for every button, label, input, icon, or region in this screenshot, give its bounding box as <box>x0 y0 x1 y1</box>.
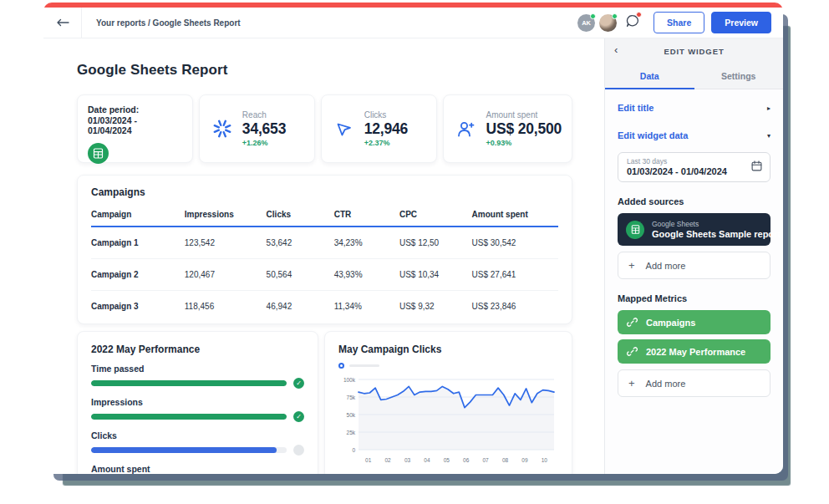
campaign-clicks-chart: 100k75k50k25k001020304050607080910 <box>338 374 558 466</box>
performance-item: Amount spent <box>91 464 304 474</box>
edit-widget-panel: ‹ EDIT WIDGET Data Settings Edit title ▸… <box>604 38 783 474</box>
notification-dot <box>636 12 642 18</box>
online-status-dot <box>590 13 596 19</box>
performance-title: 2022 May Performance <box>91 344 304 355</box>
empty-status-circle-icon <box>293 445 304 456</box>
panel-title: EDIT WIDGET <box>664 47 724 56</box>
svg-text:25k: 25k <box>347 430 356 435</box>
performance-item: Time passed✓ <box>91 364 304 389</box>
person-add-icon <box>454 119 479 140</box>
may-performance-widget[interactable]: 2022 May Performance Time passed✓Impress… <box>77 331 318 474</box>
campaign-clicks-widget[interactable]: May Campaign Clicks 100k75k50k25k0010203… <box>324 331 572 474</box>
stat-delta: +0.93% <box>486 139 562 147</box>
panel-back-button[interactable]: ‹ <box>614 44 618 55</box>
legend-line <box>349 364 379 367</box>
avatar-photo[interactable] <box>599 14 617 32</box>
breadcrumb[interactable]: Your reports / Google Sheets Report <box>96 18 241 28</box>
svg-text:05: 05 <box>444 457 450 463</box>
add-metric-button[interactable]: + Add more <box>618 369 771 397</box>
edit-widget-data-link[interactable]: Edit widget data <box>618 130 688 140</box>
table-cell: 46,942 <box>267 291 334 323</box>
reach-widget[interactable]: Reach 34,653 +1.26% <box>199 94 315 163</box>
svg-text:04: 04 <box>424 457 430 463</box>
mapped-metrics-label: Mapped Metrics <box>618 293 771 303</box>
date-period-widget[interactable]: Date period: 01/03/2024 - 01/04/2024 <box>77 94 193 163</box>
performance-item-label: Amount spent <box>91 464 304 474</box>
progress-bar-fill <box>91 447 277 453</box>
table-header-row: Campaign Impressions Clicks CTR CPC Amou… <box>91 200 558 227</box>
table-cell: 123,542 <box>185 227 267 259</box>
svg-text:03: 03 <box>404 457 411 463</box>
svg-text:02: 02 <box>384 457 391 463</box>
source-provider: Google Sheets <box>652 220 781 228</box>
edit-widget-data-row[interactable]: Edit widget data ▾ <box>618 130 771 140</box>
mapped-metric-performance[interactable]: 2022 May Performance <box>618 339 771 364</box>
campaigns-table-widget[interactable]: Campaigns Campaign Impressions Clicks CT… <box>77 175 572 324</box>
tab-data[interactable]: Data <box>605 64 694 89</box>
table-cell: 120,467 <box>185 259 267 291</box>
panel-header: ‹ EDIT WIDGET <box>605 38 783 64</box>
date-range-preset: Last 30 days <box>627 157 761 165</box>
table-row: Campaign 2 120,467 50,564 43,93% US$ 10,… <box>91 259 558 291</box>
svg-text:06: 06 <box>463 457 470 463</box>
edit-title-row[interactable]: Edit title ▸ <box>618 103 771 113</box>
column-header: CTR <box>334 200 399 227</box>
amount-spent-widget[interactable]: Amount spent US$ 20,500 +0.93% <box>443 94 572 163</box>
column-header: Impressions <box>185 200 267 227</box>
column-header: Campaign <box>91 200 185 227</box>
table-cell: Campaign 2 <box>91 259 185 291</box>
campaigns-table: Campaign Impressions Clicks CTR CPC Amou… <box>91 200 558 322</box>
add-source-button[interactable]: + Add more <box>618 252 771 279</box>
cursor-icon <box>332 119 357 139</box>
table-cell: 50,564 <box>267 259 334 291</box>
campaigns-table-title: Campaigns <box>91 186 558 198</box>
google-sheets-icon <box>88 143 109 164</box>
chart-legend <box>338 363 558 369</box>
avatar-initials[interactable]: AK <box>577 14 595 32</box>
performance-item-label: Time passed <box>91 364 304 374</box>
stat-value: 34,653 <box>242 120 286 138</box>
performance-list: Time passed✓Impressions✓ClicksAmount spe… <box>91 364 304 474</box>
top-bar: Your reports / Google Sheets Report AK S… <box>43 8 783 38</box>
table-cell: 43,93% <box>334 259 399 291</box>
table-cell: US$ 10,34 <box>399 259 472 291</box>
svg-text:09: 09 <box>521 457 528 463</box>
svg-text:50k: 50k <box>347 412 356 418</box>
performance-item: Impressions✓ <box>91 397 304 422</box>
page-title: Google Sheets Report <box>77 62 572 79</box>
chevron-right-icon: ▸ <box>767 104 771 112</box>
plus-icon: + <box>628 260 635 271</box>
svg-text:07: 07 <box>482 457 489 463</box>
table-cell: 53,642 <box>267 227 334 259</box>
table-cell: US$ 9,32 <box>399 291 472 323</box>
tab-settings[interactable]: Settings <box>694 64 784 89</box>
clicks-widget[interactable]: Clicks 12,946 +2.37% <box>321 94 437 163</box>
back-button[interactable] <box>43 8 82 38</box>
comments-button[interactable] <box>625 13 640 32</box>
report-canvas: Google Sheets Report Date period: 01/03/… <box>43 38 604 474</box>
source-card[interactable]: Google Sheets Google Sheets Sample repor… <box>618 213 771 246</box>
stat-value: 12,946 <box>364 120 408 138</box>
app-window: Your reports / Google Sheets Report AK S… <box>43 3 783 474</box>
date-range-input[interactable]: Last 30 days 01/03/2024 - 01/04/2024 <box>618 152 771 182</box>
edit-title-link[interactable]: Edit title <box>618 103 654 113</box>
google-sheets-icon <box>626 221 644 239</box>
preview-button[interactable]: Preview <box>711 12 771 33</box>
added-sources-label: Added sources <box>618 196 771 206</box>
panel-tabs: Data Settings <box>605 64 783 89</box>
plus-icon: + <box>628 378 635 389</box>
check-circle-icon: ✓ <box>293 411 304 422</box>
mapped-metric-campaigns[interactable]: Campaigns <box>618 310 771 334</box>
table-cell: US$ 12,50 <box>399 227 472 259</box>
progress-bar-track <box>91 447 287 453</box>
link-icon <box>627 346 638 357</box>
share-button[interactable]: Share <box>654 12 704 33</box>
stat-label: Clicks <box>364 110 408 120</box>
date-range-value: 01/03/2024 - 01/04/2024 <box>627 166 761 176</box>
svg-text:0: 0 <box>352 447 355 453</box>
svg-text:75k: 75k <box>347 395 356 400</box>
add-more-label: Add more <box>646 261 686 271</box>
mapped-metric-label: 2022 May Performance <box>646 347 745 357</box>
table-row: Campaign 3 118,456 46,942 11,34% US$ 9,3… <box>91 291 558 323</box>
table-cell: Campaign 3 <box>91 291 185 323</box>
